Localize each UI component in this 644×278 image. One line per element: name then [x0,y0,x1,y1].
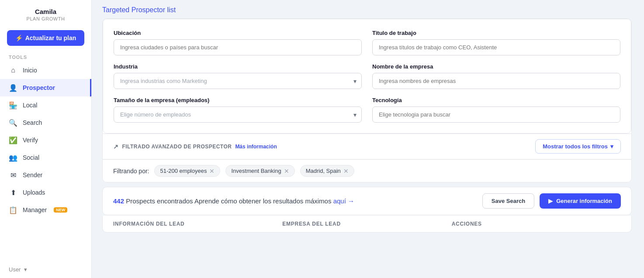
sidebar-item-label: Uploads [23,189,45,196]
ubicacion-input[interactable] [114,39,362,55]
sidebar-item-search[interactable]: 🔍 Search [0,114,91,131]
filtering-by-label: Filtrando por: [113,168,149,175]
sidebar-item-local[interactable]: 🏪 Local [0,96,91,114]
tecnologia-field: Tecnología [372,97,620,123]
industria-select[interactable]: Ingresa industrias como Marketing [114,73,362,89]
filter-grid: Ubicación Titulo de trabajo Industria In [114,30,620,123]
filter-card: Ubicación Titulo de trabajo Industria In [102,18,632,182]
results-actions: Save Search ▶ Generar información [482,193,621,209]
sidebar-item-prospector[interactable]: 👤 Prospector [0,79,91,96]
chevron-down-icon: ▾ [24,266,27,273]
advanced-filter-label: FILTRADO AVANZADO DE PROSPECTOR [122,144,232,150]
industria-field: Industria Ingresa industrias como Market… [114,63,362,89]
show-all-filters-button[interactable]: Mostrar todos los filtros ▾ [535,139,621,154]
advanced-label-group: ↗ FILTRADO AVANZADO DE PROSPECTOR Más in… [113,143,277,150]
ubicacion-label: Ubicación [114,30,362,36]
page-title: Targeted Prospector list [102,0,632,18]
col-lead-info: INFORMACIÓN DEL LEAD [113,221,282,227]
empresa-nombre-field: Nombre de la empresa [372,63,620,89]
user-label: User [9,266,21,273]
save-search-button[interactable]: Save Search [482,193,534,209]
generar-button[interactable]: ▶ Generar información [540,193,621,209]
sidebar-user-section[interactable]: User ▾ [0,263,91,278]
search-icon: 🔍 [9,118,17,127]
upgrade-button[interactable]: ⚡ Actualizar tu plan [7,30,84,46]
sidebar-plan: Plan Growth [9,16,83,21]
more-info-link[interactable]: Más información [235,144,277,150]
filter-tag-label: Madrid, Spain [306,168,341,174]
upgrade-btn-label: Actualizar tu plan [25,34,76,41]
sidebar-item-label: Search [23,119,42,126]
generar-label: Generar información [556,198,612,204]
sidebar-username: Camila [9,8,83,15]
remove-industry-filter[interactable]: ✕ [284,168,289,174]
results-text: 442 Prospects encontrados Aprende cómo o… [113,197,354,205]
filter-tag-employees: 51-200 employees ✕ [154,165,220,177]
learn-link[interactable]: aquí → [333,197,354,205]
sidebar-item-label: Inicio [23,67,37,74]
show-all-filters-label: Mostrar todos los filtros [543,143,608,150]
chevron-down-icon: ▾ [610,143,613,150]
sidebar-item-social[interactable]: 👥 Social [0,149,91,166]
col-company-info: EMPRESA DEL LEAD [282,221,451,227]
titulo-label: Titulo de trabajo [372,30,620,36]
remove-location-filter[interactable]: ✕ [343,168,349,174]
filter-tag-label: Investment Banking [231,168,281,174]
col-actions: ACCIONES [452,221,621,227]
learn-text: Aprende cómo obtener los resultados máxi… [194,197,332,205]
table-header: INFORMACIÓN DEL LEAD EMPRESA DEL LEAD AC… [102,216,632,233]
new-badge: NEW [54,207,67,213]
sidebar-item-manager[interactable]: 📋 Manager NEW [0,201,91,219]
verify-icon: ✅ [9,136,17,144]
sender-icon: ✉ [9,171,17,179]
tamano-select[interactable]: Elige número de empleados [114,106,362,123]
sidebar-item-label: Manager [23,206,47,213]
external-link-icon: ↗ [113,143,118,150]
results-found-label: Prospects encontrados [126,197,193,205]
sidebar-item-label: Sender [23,172,42,178]
results-count: 442 [113,197,124,205]
home-icon: ⌂ [9,66,17,75]
sidebar: Camila Plan Growth ⚡ Actualizar tu plan … [0,0,92,278]
sidebar-item-label: Prospector [23,84,55,91]
ubicacion-field: Ubicación [114,30,362,55]
filter-tag-industry: Investment Banking ✕ [225,165,294,177]
industria-label: Industria [114,63,362,70]
sidebar-item-label: Social [23,154,39,161]
tamano-label: Tamaño de la empresa (empleados) [114,97,362,103]
sidebar-item-inicio[interactable]: ⌂ Inicio [0,62,91,79]
empresa-nombre-label: Nombre de la empresa [372,63,620,70]
results-bar: 442 Prospects encontrados Aprende cómo o… [102,187,632,215]
sidebar-nav: ⌂ Inicio 👤 Prospector 🏪 Local 🔍 Search ✅… [0,62,91,263]
tecnologia-label: Tecnología [372,97,620,103]
social-icon: 👥 [9,153,17,162]
tools-label: Tools [0,52,91,62]
filter-form: Ubicación Titulo de trabajo Industria In [103,19,631,134]
advanced-bar: ↗ FILTRADO AVANZADO DE PROSPECTOR Más in… [103,134,631,159]
sidebar-item-uploads[interactable]: ⬆ Uploads [0,184,91,201]
tamano-field: Tamaño de la empresa (empleados) Elige n… [114,97,362,123]
sidebar-item-sender[interactable]: ✉ Sender [0,166,91,184]
titulo-input[interactable] [372,39,620,55]
play-icon: ▶ [548,198,553,204]
filter-tag-label: 51-200 employees [160,168,207,174]
tamano-select-wrapper: Elige número de empleados [114,106,362,123]
main-content: Targeted Prospector list Ubicación Titul… [92,0,644,278]
prospector-icon: 👤 [9,83,17,92]
local-icon: 🏪 [9,101,17,110]
sidebar-item-label: Local [23,102,37,109]
lightning-icon: ⚡ [15,34,23,41]
filter-tag-location: Madrid, Spain ✕ [300,165,354,177]
active-filters-row: Filtrando por: 51-200 employees ✕ Invest… [103,159,631,182]
industria-select-wrapper: Ingresa industrias como Marketing [114,73,362,89]
show-filters-button-wrapper: Mostrar todos los filtros ▾ [535,139,621,154]
sidebar-item-verify[interactable]: ✅ Verify [0,131,91,149]
sidebar-header: Camila Plan Growth [0,0,91,26]
uploads-icon: ⬆ [9,188,17,197]
empresa-nombre-input[interactable] [372,73,620,89]
titulo-field: Titulo de trabajo [372,30,620,55]
tecnologia-input[interactable] [372,106,620,123]
remove-employees-filter[interactable]: ✕ [209,168,215,174]
sidebar-item-label: Verify [23,137,38,144]
manager-icon: 📋 [9,206,17,214]
